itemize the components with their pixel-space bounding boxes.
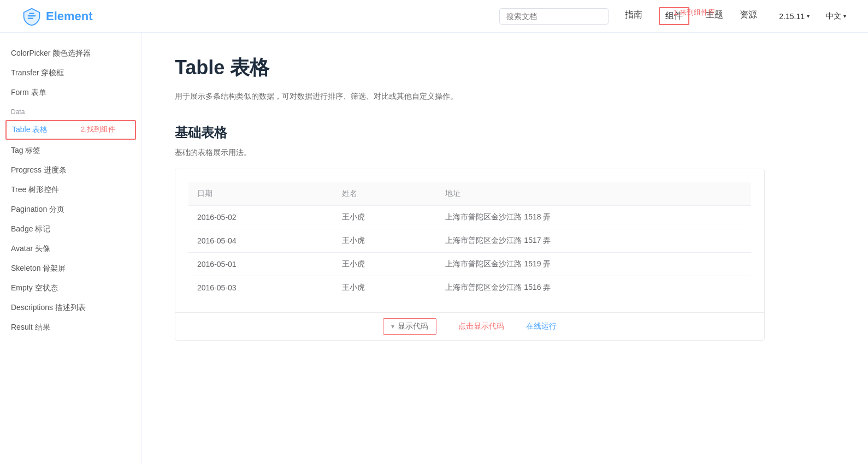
cell-name-2: 王小虎 — [333, 229, 436, 253]
sidebar-label-progress: Progress 进度条 — [11, 165, 67, 175]
sidebar-label-tree: Tree 树形控件 — [11, 185, 59, 195]
sidebar-label-pagination: Pagination 分页 — [11, 205, 64, 215]
search-input[interactable] — [499, 8, 609, 25]
demo-box: 日期 姓名 地址 2016-05-02 王小虎 上海市普陀区金沙江路 1518 … — [175, 169, 765, 341]
sidebar-label-table: Table 表格 — [12, 125, 48, 135]
show-code-link[interactable]: 点击显示代码 — [458, 322, 504, 331]
col-header-name: 姓名 — [333, 182, 436, 206]
sidebar: ColorPicker 颜色选择器 Transfer 穿梭框 Form 表单 D… — [0, 33, 142, 464]
sidebar-item-progress[interactable]: Progress 进度条 — [0, 160, 141, 180]
cell-date-3: 2016-05-01 — [188, 253, 333, 276]
data-table: 日期 姓名 地址 2016-05-02 王小虎 上海市普陀区金沙江路 1518 … — [188, 182, 751, 299]
table-body: 2016-05-02 王小虎 上海市普陀区金沙江路 1518 弄 2016-05… — [188, 206, 751, 300]
sidebar-group-data: Data — [0, 103, 141, 119]
cell-address-2: 上海市普陀区金沙江路 1517 弄 — [436, 229, 751, 253]
sidebar-item-form[interactable]: Form 表单 — [0, 83, 141, 103]
sidebar-item-skeleton[interactable]: Skeleton 骨架屏 — [0, 259, 141, 278]
header-nav: 指南 组件 主题 资源 2.15.11 ▾ 中文 ▾ — [625, 7, 846, 25]
sidebar-item-result[interactable]: Result 结果 — [0, 318, 141, 337]
section-title: 基础表格 — [175, 124, 765, 141]
sidebar-item-colorpicker[interactable]: ColorPicker 颜色选择器 — [0, 44, 141, 63]
demo-footer: ▾ 显示代码 点击显示代码 在线运行 — [175, 312, 764, 340]
lang-text: 中文 — [826, 11, 841, 21]
show-code-label: 显示代码 — [398, 322, 428, 331]
sidebar-item-descriptions[interactable]: Descriptions 描述列表 — [0, 298, 141, 318]
cell-date-1: 2016-05-02 — [188, 206, 333, 229]
sidebar-label-badge: Badge 标记 — [11, 224, 50, 234]
sidebar-item-badge[interactable]: Badge 标记 — [0, 219, 141, 239]
annotation-1: 1.来到组件库 — [674, 8, 715, 17]
main-content: Table 表格 用于展示多条结构类似的数据，可对数据进行排序、筛选、对比或其他… — [142, 33, 798, 464]
table-head: 日期 姓名 地址 — [188, 182, 751, 206]
sidebar-label-empty: Empty 空状态 — [11, 283, 58, 293]
table-row: 2016-05-02 王小虎 上海市普陀区金沙江路 1518 弄 — [188, 206, 751, 229]
page-desc: 用于展示多条结构类似的数据，可对数据进行排序、筛选、对比或其他自定义操作。 — [175, 90, 765, 102]
table-row: 2016-05-01 王小虎 上海市普陀区金沙江路 1519 弄 — [188, 253, 751, 276]
nav-guide[interactable]: 指南 — [625, 9, 642, 23]
sidebar-item-pagination[interactable]: Pagination 分页 — [0, 200, 141, 219]
sidebar-item-tree[interactable]: Tree 树形控件 — [0, 180, 141, 200]
cell-address-1: 上海市普陀区金沙江路 1518 弄 — [436, 206, 751, 229]
sidebar-label-avatar: Avatar 头像 — [11, 244, 50, 254]
demo-content: 日期 姓名 地址 2016-05-02 王小虎 上海市普陀区金沙江路 1518 … — [175, 169, 764, 312]
sidebar-item-transfer[interactable]: Transfer 穿梭框 — [0, 63, 141, 83]
table-header-row: 日期 姓名 地址 — [188, 182, 751, 206]
sidebar-item-empty[interactable]: Empty 空状态 — [0, 278, 141, 298]
version-chevron-icon: ▾ — [807, 13, 810, 19]
header: Element 指南 组件 主题 资源 2.15.11 ▾ 中文 ▾ 1.来到组… — [0, 0, 868, 33]
sidebar-item-tag[interactable]: Tag 标签 — [0, 141, 141, 160]
sidebar-item-avatar[interactable]: Avatar 头像 — [0, 239, 141, 259]
version-text: 2.15.11 — [779, 12, 805, 21]
arrow-icon: ▾ — [391, 323, 394, 330]
show-code-button[interactable]: ▾ 显示代码 — [383, 318, 436, 335]
sidebar-label-skeleton: Skeleton 骨架屏 — [11, 264, 66, 273]
nav-version[interactable]: 2.15.11 ▾ — [779, 12, 810, 21]
sidebar-label-result: Result 结果 — [11, 323, 50, 332]
section-desc: 基础的表格展示用法。 — [175, 148, 765, 158]
cell-name-1: 王小虎 — [333, 206, 436, 229]
nav-lang[interactable]: 中文 ▾ — [826, 11, 846, 21]
annotation-2: 2.找到组件 — [81, 124, 115, 134]
cell-address-4: 上海市普陀区金沙江路 1516 弄 — [436, 276, 751, 300]
col-header-date: 日期 — [188, 182, 333, 206]
cell-name-3: 王小虎 — [333, 253, 436, 276]
logo-text: Element — [46, 9, 93, 23]
logo[interactable]: Element — [22, 7, 93, 26]
sidebar-data-group: Table 表格 2.找到组件 Tag 标签 Progress 进度条 Tree… — [0, 120, 141, 337]
col-header-address: 地址 — [436, 182, 751, 206]
nav-resource[interactable]: 资源 — [740, 9, 757, 23]
table-row: 2016-05-03 王小虎 上海市普陀区金沙江路 1516 弄 — [188, 276, 751, 300]
sidebar-label-form: Form 表单 — [11, 88, 46, 98]
sidebar-label-colorpicker: ColorPicker 颜色选择器 — [11, 49, 91, 58]
layout: ColorPicker 颜色选择器 Transfer 穿梭框 Form 表单 D… — [0, 33, 868, 464]
sidebar-above-items: ColorPicker 颜色选择器 Transfer 穿梭框 Form 表单 — [0, 44, 141, 103]
cell-name-4: 王小虎 — [333, 276, 436, 300]
online-run-link[interactable]: 在线运行 — [526, 322, 557, 331]
cell-address-3: 上海市普陀区金沙江路 1519 弄 — [436, 253, 751, 276]
sidebar-label-descriptions: Descriptions 描述列表 — [11, 303, 86, 313]
cell-date-4: 2016-05-03 — [188, 276, 333, 300]
logo-icon — [22, 7, 42, 26]
page-title: Table 表格 — [175, 55, 765, 81]
sidebar-label-tag: Tag 标签 — [11, 146, 40, 156]
cell-date-2: 2016-05-04 — [188, 229, 333, 253]
sidebar-item-table[interactable]: Table 表格 — [5, 120, 136, 140]
lang-chevron-icon: ▾ — [843, 13, 846, 19]
table-row: 2016-05-04 王小虎 上海市普陀区金沙江路 1517 弄 — [188, 229, 751, 253]
sidebar-label-transfer: Transfer 穿梭框 — [11, 68, 64, 78]
